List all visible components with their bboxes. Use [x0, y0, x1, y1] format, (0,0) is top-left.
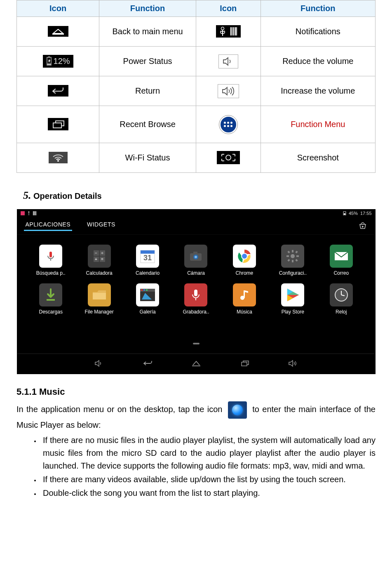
- svg-point-46: [195, 256, 197, 258]
- volume-up-icon: [218, 84, 239, 98]
- app-correo[interactable]: Correo: [318, 245, 364, 276]
- app-label: Reloj: [336, 309, 347, 315]
- battery-icon: 12%: [43, 55, 73, 68]
- svg-point-20: [226, 155, 231, 160]
- home-icon: [48, 26, 68, 37]
- app-tile: [330, 245, 353, 268]
- header-function-1: Function: [99, 0, 196, 17]
- svg-text:31: 31: [143, 254, 152, 262]
- icon-function-table: Icon Function Icon Function Back to main…: [16, 0, 376, 173]
- section-num: 5.: [23, 189, 31, 201]
- app-play-store[interactable]: Play Store: [270, 283, 316, 315]
- app-tile: 31: [136, 245, 159, 268]
- music-intro: In the application menu or on the deskto…: [16, 401, 376, 431]
- app-file-manager[interactable]: File Manager: [76, 283, 122, 315]
- section-title: Operation Details: [33, 191, 102, 200]
- app-label: File Manager: [85, 309, 114, 315]
- app-calendario[interactable]: 31Calendario: [124, 245, 170, 276]
- status-battery-pct: 45%: [349, 211, 358, 216]
- svg-rect-54: [296, 255, 299, 257]
- svg-rect-26: [35, 211, 36, 215]
- app-galer-a[interactable]: Galería: [124, 283, 170, 315]
- app-tile: [330, 283, 353, 306]
- list-item: If there are many videos available, slid…: [40, 473, 376, 486]
- nav-vol-down-icon[interactable]: [93, 359, 105, 368]
- nav-back-icon[interactable]: [142, 359, 153, 368]
- app-label: Calendario: [136, 270, 160, 276]
- svg-rect-68: [194, 290, 197, 296]
- header-icon-1: Icon: [17, 0, 99, 17]
- app-descargas[interactable]: Descargas: [28, 283, 74, 315]
- svg-text:=: =: [101, 257, 103, 262]
- music-heading: 5.1.1 Music: [16, 387, 376, 397]
- svg-rect-66: [146, 289, 148, 291]
- apps-grid: Búsqueda p..−÷+=Calculadora31CalendarioC…: [17, 235, 375, 335]
- tab-widgets[interactable]: WIDGETS: [87, 221, 115, 230]
- header-function-2: Function: [261, 0, 375, 17]
- tab-apps[interactable]: APLICACIONES: [26, 221, 70, 230]
- table-row: Wi-Fi Status Screenshot: [17, 143, 376, 173]
- battery-percent: 12%: [54, 57, 70, 66]
- app-calculadora[interactable]: −÷+=Calculadora: [76, 245, 122, 276]
- svg-rect-52: [292, 260, 293, 262]
- svg-rect-55: [288, 251, 290, 253]
- status-time: 17:55: [360, 211, 372, 216]
- svg-rect-44: [193, 252, 197, 254]
- recent-icon: [48, 118, 68, 130]
- app-c-mara[interactable]: Cámara: [173, 245, 219, 276]
- app-grabadora-[interactable]: Grabadora..: [173, 283, 219, 315]
- music-app-icon: [228, 401, 247, 419]
- svg-rect-18: [53, 123, 61, 128]
- svg-text:÷: ÷: [101, 251, 103, 255]
- table-row: Recent Browse Function Menu: [17, 106, 376, 143]
- store-icon[interactable]: [359, 222, 367, 229]
- svg-text:−: −: [95, 251, 97, 255]
- app-tile: [39, 245, 62, 268]
- app-chrome[interactable]: Chrome: [221, 245, 267, 276]
- svg-rect-41: [141, 250, 155, 254]
- app-tile: [184, 283, 207, 306]
- app-tile: [136, 283, 159, 306]
- svg-rect-21: [21, 211, 25, 215]
- svg-rect-71: [244, 290, 245, 298]
- svg-rect-28: [344, 213, 345, 215]
- app-label: Galería: [139, 309, 155, 315]
- svg-rect-51: [292, 250, 293, 252]
- svg-rect-24: [33, 211, 34, 215]
- list-item: If there are no music files in the audio…: [40, 434, 376, 472]
- wifi-icon: [49, 152, 68, 163]
- func-increase-volume: Increase the volume: [261, 76, 375, 106]
- svg-rect-65: [143, 289, 145, 291]
- svg-rect-30: [49, 252, 52, 257]
- return-icon: [48, 85, 68, 97]
- app-reloj[interactable]: Reloj: [318, 283, 364, 315]
- app-label: Búsqueda p..: [36, 270, 66, 276]
- svg-rect-57: [288, 259, 290, 262]
- app-tile: [281, 245, 304, 268]
- page-indicator: [17, 335, 375, 354]
- nav-vol-up-icon[interactable]: [288, 359, 299, 368]
- music-intro-before: In the application menu or on the deskto…: [16, 405, 225, 414]
- svg-rect-11: [235, 27, 236, 35]
- svg-point-23: [28, 212, 29, 213]
- app-configuraci-[interactable]: Configuraci..: [270, 245, 316, 276]
- svg-rect-15: [47, 64, 51, 65]
- func-notifications: Notifications: [261, 17, 375, 47]
- list-item: Double-click the song you want from the …: [40, 487, 376, 500]
- nav-recent-icon[interactable]: [239, 359, 251, 368]
- status-bars-icon: [33, 211, 36, 215]
- status-usb-icon: [27, 211, 31, 215]
- svg-rect-56: [296, 251, 298, 253]
- func-recent-browse: Recent Browse: [99, 106, 196, 143]
- app-m-sica[interactable]: Música: [221, 283, 267, 315]
- func-reduce-volume: Reduce the volume: [261, 47, 375, 76]
- app-tile: [88, 283, 111, 306]
- table-row: Back to main menu Notifications: [17, 17, 376, 47]
- app-tile: [233, 245, 256, 268]
- app-label: Chrome: [236, 270, 254, 276]
- svg-rect-58: [296, 259, 298, 262]
- app-label: Configuraci..: [279, 270, 307, 276]
- nav-home-icon[interactable]: [190, 359, 202, 368]
- app-b-squeda-p-[interactable]: Búsqueda p..: [28, 245, 74, 276]
- nav-bar: [17, 354, 375, 374]
